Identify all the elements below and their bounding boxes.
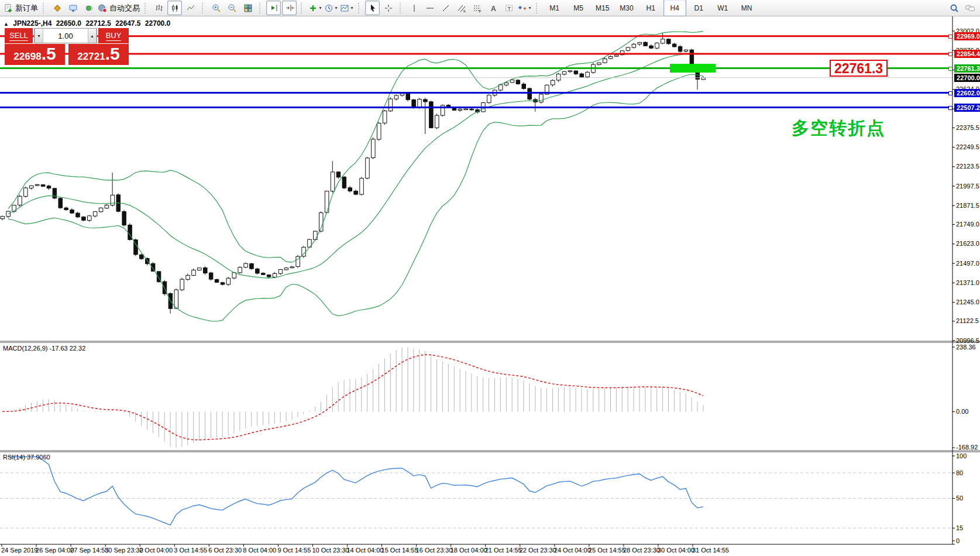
buy-button[interactable]: BUY <box>98 28 129 43</box>
turning-point-label[interactable]: 多空转折点 <box>792 116 885 140</box>
buy-price-display[interactable]: 22721.5 <box>68 44 129 65</box>
macd-signal-line <box>2 355 703 440</box>
volume-stepper: ▼ 1.00 ▲ <box>34 28 97 43</box>
price-annotation-box[interactable]: 22761.3 <box>830 60 888 77</box>
ohlc-readout: ▲ JPN225-,H4 22650.0 22712.5 22647.5 227… <box>4 19 173 28</box>
low-value: 22647.5 <box>115 19 140 28</box>
sell-button[interactable]: SELL <box>5 28 33 43</box>
rsi-line <box>8 457 703 525</box>
volume-input[interactable]: 1.00 <box>43 29 88 43</box>
price-chart[interactable] <box>0 0 980 556</box>
volume-increase-button[interactable]: ▲ <box>88 29 97 43</box>
rsi-caption: RSI(14) 37.9060 <box>3 454 50 461</box>
sell-price-display[interactable]: 22698.5 <box>5 44 65 65</box>
mt4-window: 新订单 自动交易 ▾ ▾ ▾ E F A T ▾ <box>0 0 980 556</box>
volume-decrease-button[interactable]: ▼ <box>35 29 43 43</box>
high-value: 22712.5 <box>85 19 111 28</box>
collapse-panel-icon[interactable]: ▲ <box>4 21 9 27</box>
bollinger-band-line <box>8 53 703 278</box>
open-value: 22650.0 <box>56 19 81 28</box>
one-click-trading-panel: SELL ▼ 1.00 ▲ BUY 22698.5 22721.5 <box>5 28 129 65</box>
close-value: 22700.0 <box>145 19 170 28</box>
candles-layer <box>1 31 705 321</box>
macd-caption: MACD(12,26,9) -17.63 22.32 <box>3 345 85 352</box>
symbol-timeframe: JPN225-,H4 <box>13 19 51 28</box>
highlight-rectangle-object <box>670 64 716 73</box>
bollinger-band-line <box>8 31 703 262</box>
